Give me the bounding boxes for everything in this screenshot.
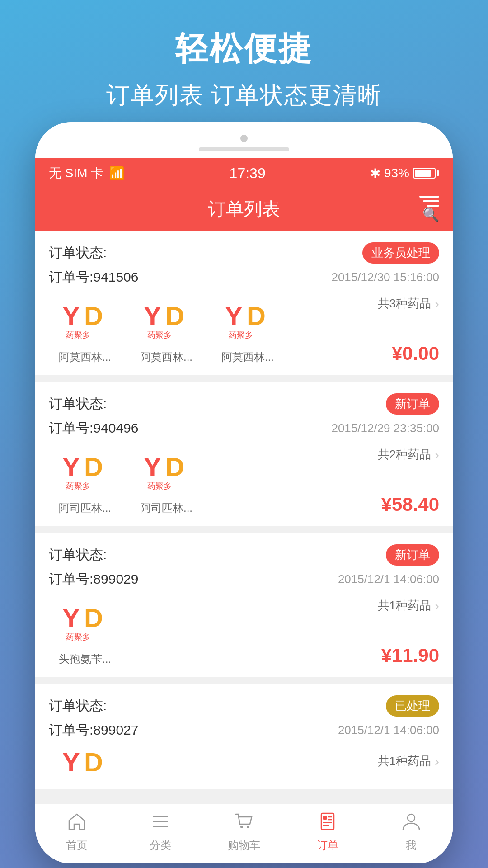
svg-text:D: D [84, 452, 103, 481]
order-item[interactable]: 订单状态: 业务员处理 订单号:941506 2015/12/30 15:16:… [35, 231, 453, 375]
svg-text:药聚多: 药聚多 [229, 330, 253, 340]
order-price: ¥58.40 [381, 494, 439, 515]
order-status-label: 订单状态: [49, 244, 107, 262]
svg-point-31 [408, 814, 415, 821]
order-status-label: 订单状态: [49, 546, 107, 564]
order-number: 订单号:899029 [49, 570, 138, 589]
svg-rect-20 [153, 816, 168, 817]
nav-category-label: 分类 [150, 838, 171, 853]
order-number: 订单号:941506 [49, 268, 138, 287]
product-name: 阿莫西林... [140, 350, 192, 364]
svg-text:Y: Y [62, 301, 80, 330]
nav-category[interactable]: 分类 [133, 811, 188, 853]
svg-text:D: D [165, 301, 184, 330]
svg-point-24 [247, 826, 249, 828]
nav-cart-label: 购物车 [228, 838, 260, 853]
battery-icon [413, 168, 439, 179]
phone-camera [240, 135, 248, 142]
nav-home[interactable]: 首页 [50, 811, 104, 853]
phone-frame: 无 SIM 卡 📶 17:39 ✱ 93% 订单列表 [35, 122, 453, 863]
order-date: 2015/12/29 23:35:00 [331, 421, 439, 435]
svg-text:药聚多: 药聚多 [66, 632, 90, 642]
cart-icon [234, 811, 254, 835]
wifi-icon: 📶 [109, 166, 125, 181]
nav-profile[interactable]: 我 [384, 811, 438, 853]
status-bar: 无 SIM 卡 📶 17:39 ✱ 93% [35, 158, 453, 188]
nav-cart[interactable]: 购物车 [217, 811, 271, 853]
svg-text:药聚多: 药聚多 [147, 330, 172, 340]
svg-text:Y: Y [225, 301, 243, 330]
order-product-count: 共2种药品 › [378, 447, 439, 462]
product-name: 阿司匹林... [59, 501, 111, 515]
product-item: Y D 药聚多 头孢氨苄... [49, 598, 121, 666]
app-header: 订单列表 🔍 [35, 188, 453, 231]
page-title: 订单列表 [74, 197, 414, 222]
profile-icon [401, 811, 421, 835]
order-icon [318, 811, 338, 835]
bg-title: 轻松便捷 [0, 27, 488, 71]
order-status-badge: 新订单 [386, 393, 439, 415]
svg-text:D: D [84, 301, 103, 330]
order-price: ¥0.00 [392, 343, 439, 364]
svg-text:Y: Y [62, 749, 80, 777]
svg-text:药聚多: 药聚多 [66, 330, 90, 340]
svg-rect-25 [321, 813, 334, 830]
order-status-badge: 业务员处理 [362, 242, 439, 264]
phone-slider [199, 147, 289, 151]
order-product-count: 共1种药品 › [378, 598, 439, 613]
status-right: ✱ 93% [370, 166, 439, 181]
svg-text:药聚多: 药聚多 [147, 481, 172, 491]
order-date: 2015/12/1 14:06:00 [338, 723, 439, 737]
svg-text:Y: Y [144, 301, 161, 330]
svg-text:Y: Y [144, 452, 161, 481]
svg-text:Y: Y [62, 452, 80, 481]
svg-text:D: D [247, 301, 266, 330]
nav-profile-label: 我 [406, 838, 417, 853]
order-status-badge: 新订单 [386, 544, 439, 566]
category-icon [150, 811, 170, 835]
order-list[interactable]: 订单状态: 业务员处理 订单号:941506 2015/12/30 15:16:… [35, 231, 453, 863]
product-item: Y D 药聚多 阿莫西林... [211, 296, 284, 364]
order-date: 2015/12/1 14:06:00 [338, 572, 439, 586]
phone-top-decoration [35, 122, 453, 158]
home-icon [67, 811, 87, 835]
svg-point-23 [240, 826, 243, 828]
product-item: Y D 药聚多 阿莫西林... [49, 296, 121, 364]
svg-text:D: D [84, 603, 103, 632]
product-name: 阿司匹林... [140, 501, 192, 515]
product-name: 阿莫西林... [59, 350, 111, 364]
product-item: Y D 药聚多 阿司匹林... [49, 447, 121, 515]
order-number: 订单号:940496 [49, 419, 138, 438]
bottom-navigation: 首页 分类 [35, 804, 453, 863]
battery-percentage: 93% [384, 166, 409, 180]
nav-orders-label: 订单 [317, 838, 338, 853]
order-product-count: 共3种药品 › [378, 296, 439, 311]
product-item: Y D [49, 749, 121, 789]
order-item[interactable]: 订单状态: 新订单 订单号:940496 2015/12/29 23:35:00 [35, 382, 453, 526]
product-name: 头孢氨苄... [59, 652, 111, 666]
svg-rect-22 [153, 826, 168, 827]
order-status-label: 订单状态: [49, 697, 107, 715]
order-number: 订单号:899027 [49, 721, 138, 740]
order-date: 2015/12/30 15:16:00 [331, 270, 439, 284]
nav-home-label: 首页 [66, 838, 88, 853]
svg-rect-21 [153, 821, 168, 822]
nav-orders[interactable]: 订单 [300, 811, 355, 853]
svg-rect-26 [323, 816, 327, 820]
status-carrier: 无 SIM 卡 📶 [49, 165, 125, 182]
filter-search-button[interactable]: 🔍 [414, 196, 439, 222]
order-item[interactable]: 订单状态: 已处理 订单号:899027 2015/12/1 14:06:00 [35, 684, 453, 789]
svg-text:药聚多: 药聚多 [66, 481, 90, 491]
product-name: 阿莫西林... [221, 350, 274, 364]
status-time: 17:39 [230, 165, 266, 182]
order-product-count: 共1种药品 › [378, 753, 439, 769]
svg-text:D: D [84, 749, 103, 777]
order-item[interactable]: 订单状态: 新订单 订单号:899029 2015/12/1 14:06:00 [35, 533, 453, 677]
order-price: ¥11.90 [381, 645, 439, 666]
svg-text:D: D [165, 452, 184, 481]
product-item: Y D 药聚多 阿莫西林... [130, 296, 202, 364]
order-status-badge: 已处理 [386, 695, 439, 717]
order-status-label: 订单状态: [49, 395, 107, 413]
product-item: Y D 药聚多 阿司匹林... [130, 447, 202, 515]
svg-text:Y: Y [62, 603, 80, 632]
